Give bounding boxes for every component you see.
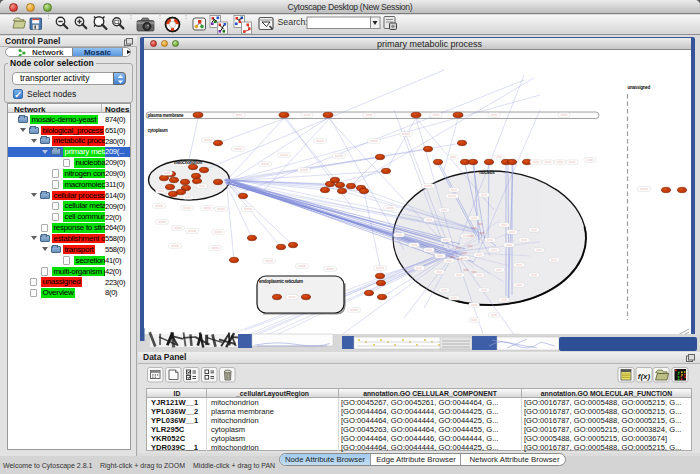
svg-text:nucleus: nucleus: [479, 169, 495, 174]
svg-text:endoplasmic reticulum: endoplasmic reticulum: [259, 278, 303, 283]
svg-text:Search:: Search:: [278, 17, 308, 27]
svg-text:plasma membrane: plasma membrane: [148, 112, 185, 117]
svg-text:mitochondrion: mitochondrion: [174, 159, 203, 164]
svg-text:unassigned: unassigned: [628, 84, 651, 89]
svg-text:cytoplasm: cytoplasm: [148, 127, 168, 132]
svg-text:f(x): f(x): [638, 372, 651, 381]
